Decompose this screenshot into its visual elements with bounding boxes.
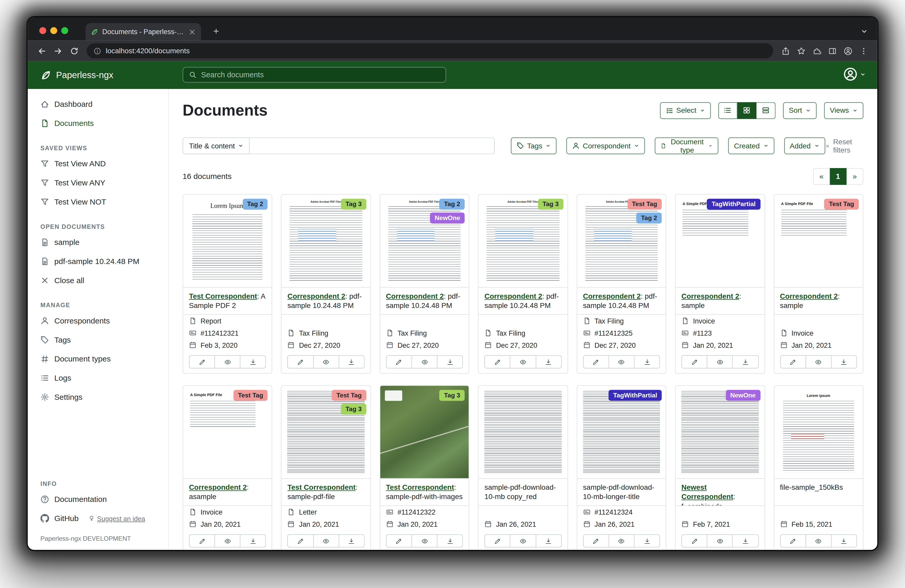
- forward-button[interactable]: [50, 43, 66, 59]
- document-card[interactable]: Adobe Acrobat PDF Files Tag 3 Correspond…: [281, 194, 371, 374]
- tag-badge[interactable]: Tag 2: [243, 198, 268, 209]
- sidebar-item[interactable]: sample: [28, 233, 168, 252]
- view-detail-button[interactable]: [756, 102, 776, 119]
- filter-dropdown-button[interactable]: Added: [784, 138, 825, 154]
- edit-button[interactable]: [386, 355, 412, 368]
- tab-close-icon[interactable]: [188, 28, 196, 35]
- document-card[interactable]: NewOne Newest Correspondent: f_combineds: [675, 385, 765, 550]
- tag-badge[interactable]: Test Tag: [627, 198, 662, 209]
- correspondent-link[interactable]: Test Correspondent: [386, 483, 454, 491]
- side-panel-button[interactable]: [824, 43, 840, 59]
- preview-button[interactable]: [412, 534, 438, 547]
- browser-profile-button[interactable]: [840, 43, 856, 59]
- document-card[interactable]: Lorem ipsum file-sample_150kBs: [773, 385, 863, 550]
- document-thumbnail[interactable]: NewOne: [676, 386, 765, 479]
- minimize-window-button[interactable]: [50, 27, 57, 34]
- download-button[interactable]: [339, 355, 365, 368]
- download-button[interactable]: [438, 534, 463, 547]
- edit-button[interactable]: [189, 534, 215, 547]
- sidebar-item[interactable]: Logs: [28, 368, 168, 388]
- download-button[interactable]: [536, 355, 562, 368]
- tab-list-chevron-icon[interactable]: [861, 28, 868, 35]
- edit-button[interactable]: [287, 534, 314, 547]
- document-card[interactable]: Adobe Acrobat PDF Files Tag 3 Correspond…: [478, 194, 568, 374]
- sidebar-item[interactable]: Documentation: [28, 490, 168, 509]
- download-button[interactable]: [536, 534, 562, 547]
- tag-badge[interactable]: Tag 2: [439, 198, 465, 209]
- tag-badge[interactable]: TagWithPartial: [608, 390, 662, 401]
- download-button[interactable]: [832, 534, 857, 547]
- select-button[interactable]: Select: [660, 102, 711, 119]
- tag-badge[interactable]: TagWithPartial: [707, 198, 761, 209]
- edit-button[interactable]: [681, 534, 708, 547]
- edit-button[interactable]: [189, 355, 215, 368]
- filter-dropdown-button[interactable]: Tags: [511, 138, 557, 154]
- document-thumbnail[interactable]: A Simple PDF File TagWithPartial: [676, 195, 765, 288]
- document-thumbnail[interactable]: [479, 386, 567, 479]
- document-thumbnail[interactable]: Lorem ipsum: [774, 386, 863, 479]
- edit-button[interactable]: [583, 355, 609, 368]
- sidebar-nav-item[interactable]: Dashboard: [28, 95, 168, 114]
- download-button[interactable]: [832, 355, 857, 368]
- document-card[interactable]: sample-pdf-download-10-mb copy_red Jan 2…: [478, 385, 568, 550]
- correspondent-link[interactable]: Correspondent 2: [780, 292, 838, 300]
- download-button[interactable]: [241, 355, 266, 368]
- correspondent-link[interactable]: Correspondent 2: [386, 292, 444, 300]
- correspondent-link[interactable]: Test Correspondent: [287, 483, 356, 491]
- search-input[interactable]: [201, 71, 440, 79]
- suggest-idea-link[interactable]: Suggest an idea: [89, 515, 145, 522]
- edit-button[interactable]: [681, 355, 708, 368]
- document-thumbnail[interactable]: Lorem Ipsum Tag 2: [183, 195, 272, 288]
- tag-badge[interactable]: Test Tag: [332, 390, 366, 401]
- tag-badge[interactable]: NewOne: [430, 212, 465, 223]
- document-thumbnail[interactable]: A Simple PDF File Test Tag: [774, 195, 863, 288]
- edit-button[interactable]: [484, 355, 510, 368]
- preview-button[interactable]: [708, 534, 733, 547]
- browser-menu-button[interactable]: [856, 43, 872, 59]
- next-page-button[interactable]: »: [846, 168, 863, 185]
- preview-button[interactable]: [806, 534, 832, 547]
- title-content-filter-input[interactable]: [250, 138, 495, 154]
- document-thumbnail[interactable]: Test Tag Tag 3: [282, 386, 370, 479]
- document-card[interactable]: A Simple PDF File Test Tag Correspondent…: [183, 385, 272, 550]
- preview-button[interactable]: [708, 355, 733, 368]
- document-thumbnail[interactable]: Tag 3: [380, 386, 469, 479]
- download-button[interactable]: [438, 355, 463, 368]
- global-search[interactable]: [183, 67, 446, 82]
- document-thumbnail[interactable]: Adobe Acrobat PDF Files Tag 2 NewOne: [380, 195, 469, 288]
- correspondent-link[interactable]: Correspondent 2: [681, 292, 739, 300]
- download-button[interactable]: [339, 534, 365, 547]
- download-button[interactable]: [733, 534, 759, 547]
- document-card[interactable]: Test Tag Tag 3 Test Correspondent: sampl…: [281, 385, 371, 550]
- edit-button[interactable]: [386, 534, 412, 547]
- filter-dropdown-button[interactable]: Created: [728, 138, 774, 154]
- sidebar-item[interactable]: Document types: [28, 349, 168, 368]
- bookmark-button[interactable]: [794, 43, 809, 59]
- sidebar-nav-item[interactable]: Documents: [28, 114, 168, 133]
- site-info-icon[interactable]: [94, 47, 101, 55]
- sidebar-item[interactable]: pdf-sample 10.24.48 PM: [28, 252, 168, 271]
- download-button[interactable]: [635, 534, 660, 547]
- tag-badge[interactable]: NewOne: [726, 390, 761, 401]
- document-thumbnail[interactable]: Adobe Acrobat PDF Files Tag 3: [479, 195, 567, 288]
- preview-button[interactable]: [609, 355, 635, 368]
- sidebar-item[interactable]: Correspondents: [28, 311, 168, 330]
- sort-button[interactable]: Sort: [783, 102, 816, 119]
- document-thumbnail[interactable]: Adobe Acrobat PDF Files Tag 3: [282, 195, 370, 288]
- sidebar-item[interactable]: Tags: [28, 330, 168, 350]
- user-menu-button[interactable]: [843, 67, 866, 81]
- sidebar-item[interactable]: Test View AND: [28, 154, 168, 173]
- document-thumbnail[interactable]: TagWithPartial: [577, 386, 666, 479]
- download-button[interactable]: [733, 355, 759, 368]
- document-card[interactable]: Tag 3 Test Correspondent: sample-pdf-wit…: [379, 385, 469, 550]
- sidebar-item[interactable]: Test View NOT: [28, 192, 168, 211]
- sidebar-item[interactable]: GitHub Suggest an idea: [28, 509, 168, 528]
- preview-button[interactable]: [510, 355, 536, 368]
- views-button[interactable]: Views: [824, 102, 863, 119]
- filter-dropdown-button[interactable]: Correspondent: [567, 138, 645, 154]
- document-thumbnail[interactable]: Adobe Acrobat PDF Files Test Tag Tag 2: [577, 195, 666, 288]
- download-button[interactable]: [635, 355, 660, 368]
- correspondent-link[interactable]: Correspondent 2: [583, 292, 641, 300]
- sidebar-item[interactable]: Close all: [28, 271, 168, 290]
- edit-button[interactable]: [583, 534, 609, 547]
